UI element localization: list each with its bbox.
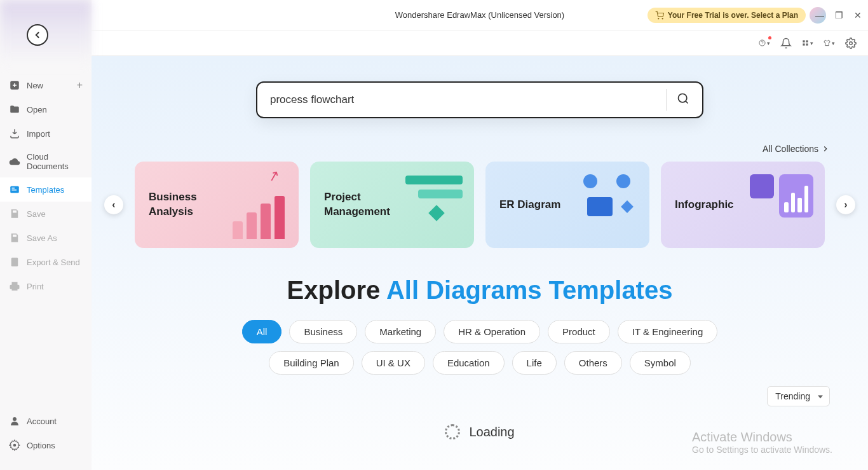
all-collections-link[interactable]: All Collections [763, 144, 830, 154]
save-icon [9, 208, 20, 219]
filter-pills: All Business Marketing HR & Operation Pr… [92, 320, 868, 375]
minimize-button[interactable]: — [815, 10, 825, 20]
settings-icon[interactable] [845, 38, 857, 49]
sidebar-item-import[interactable]: Import [0, 121, 92, 146]
sidebar-item-label: Import [27, 129, 50, 139]
sidebar-item-save-as[interactable]: Save As [0, 226, 92, 250]
explore-prefix: Explore [287, 276, 386, 304]
sidebar-item-options[interactable]: Options [0, 433, 92, 457]
search-button[interactable] [677, 92, 689, 107]
search-box [256, 81, 703, 118]
sidebar-item-save[interactable]: Save [0, 202, 92, 226]
carousel-prev[interactable]: ‹ [104, 195, 123, 214]
card-title: ER Diagram [499, 198, 560, 212]
search-wrap [92, 81, 868, 118]
sidebar-item-open[interactable]: Open [0, 97, 92, 121]
filter-ui-ux[interactable]: UI & UX [362, 351, 425, 375]
svg-point-7 [658, 18, 658, 18]
bars-graphic [233, 195, 285, 239]
gear-icon [9, 439, 20, 451]
sidebar-item-label: Print [27, 282, 44, 291]
content: All Collections ‹ Business Analysis ↗ Pr… [92, 56, 868, 470]
sort-wrap: Trending [92, 386, 868, 406]
carousel-track: Business Analysis ↗ Project Management E… [135, 162, 825, 248]
cart-icon [655, 11, 664, 20]
card-business-analysis[interactable]: Business Analysis ↗ [135, 162, 299, 248]
card-infographic[interactable]: Infographic [661, 162, 825, 248]
cloud-icon [9, 156, 20, 167]
sidebar-item-cloud[interactable]: Cloud Documents [0, 146, 92, 177]
sidebar-item-templates[interactable]: Templates [0, 177, 92, 202]
filter-business[interactable]: Business [289, 320, 357, 343]
sidebar-item-export[interactable]: Export & Send [0, 250, 92, 274]
sidebar: New + Open Import Cloud Documents Templa… [0, 0, 92, 470]
back-button[interactable] [27, 24, 48, 46]
save-as-icon [9, 232, 20, 244]
svg-point-6 [13, 444, 17, 447]
help-icon[interactable]: ▾ [759, 38, 770, 49]
trial-banner-text: Your Free Trial is over. Select a Plan [668, 11, 798, 20]
sidebar-item-label: New [27, 81, 43, 90]
filter-hr-operation[interactable]: HR & Operation [444, 320, 540, 343]
filter-others[interactable]: Others [564, 351, 622, 375]
filter-building-plan[interactable]: Building Plan [269, 351, 354, 375]
svg-point-14 [850, 41, 853, 45]
windows-watermark: Activate Windows Go to Settings to activ… [692, 430, 832, 455]
new-plus-icon[interactable]: + [77, 79, 83, 91]
all-collections-row: All Collections [92, 144, 868, 154]
sidebar-item-new[interactable]: New + [0, 73, 92, 97]
filter-life[interactable]: Life [512, 351, 557, 375]
sort-select[interactable]: Trending [767, 386, 830, 406]
er-graphic [578, 174, 635, 232]
info-graphic [750, 174, 813, 218]
card-title: Business Analysis [149, 190, 225, 219]
shirt-icon[interactable]: ▾ [824, 38, 835, 49]
maximize-button[interactable]: ❐ [834, 10, 844, 20]
watermark-line1: Activate Windows [692, 430, 832, 445]
titlebar: Wondershare EdrawMax (Unlicensed Version… [92, 0, 868, 31]
account-icon [9, 415, 20, 427]
svg-point-5 [13, 417, 17, 421]
sidebar-item-label: Cloud Documents [27, 152, 83, 171]
explore-highlight: All Diagrams Templates [386, 276, 673, 304]
main: Wondershare EdrawMax (Unlicensed Version… [92, 0, 868, 470]
filter-it-engineering[interactable]: IT & Engineering [618, 320, 717, 343]
print-icon [9, 280, 20, 292]
search-input[interactable] [270, 93, 656, 106]
sidebar-item-account[interactable]: Account [0, 409, 92, 433]
folder-icon [9, 104, 20, 115]
filter-all[interactable]: All [242, 320, 282, 343]
explore-heading: Explore All Diagrams Templates [92, 276, 868, 305]
sidebar-item-label: Save As [27, 233, 57, 243]
filter-marketing[interactable]: Marketing [365, 320, 436, 343]
card-er-diagram[interactable]: ER Diagram [485, 162, 649, 248]
sidebar-bottom: Account Options [0, 409, 92, 470]
svg-rect-11 [806, 40, 808, 42]
spinner-icon [445, 424, 460, 439]
trial-banner[interactable]: Your Free Trial is over. Select a Plan [648, 8, 806, 23]
gantt-graphic [405, 176, 463, 219]
svg-point-8 [662, 18, 663, 18]
sidebar-item-print[interactable]: Print [0, 274, 92, 298]
sidebar-item-label: Open [27, 105, 47, 114]
sidebar-item-label: Save [27, 209, 46, 219]
card-title: Infographic [675, 198, 734, 212]
sidebar-item-label: Account [27, 417, 57, 426]
filter-product[interactable]: Product [548, 320, 610, 343]
svg-rect-13 [806, 43, 808, 45]
svg-point-15 [679, 94, 687, 102]
loading-label: Loading [469, 425, 514, 439]
filter-education[interactable]: Education [433, 351, 505, 375]
import-icon [9, 128, 20, 139]
bell-icon[interactable] [780, 38, 792, 49]
card-project-management[interactable]: Project Management [310, 162, 474, 248]
collections-carousel: ‹ Business Analysis ↗ Project Management… [92, 162, 868, 248]
carousel-next[interactable]: › [836, 195, 855, 214]
sidebar-items: New + Open Import Cloud Documents Templa… [0, 73, 92, 409]
apps-icon[interactable]: ▾ [802, 38, 813, 49]
filter-symbol[interactable]: Symbol [630, 351, 691, 375]
templates-icon [9, 184, 20, 195]
all-collections-label: All Collections [763, 144, 818, 154]
close-button[interactable]: ✕ [853, 10, 863, 20]
svg-rect-2 [12, 188, 15, 189]
